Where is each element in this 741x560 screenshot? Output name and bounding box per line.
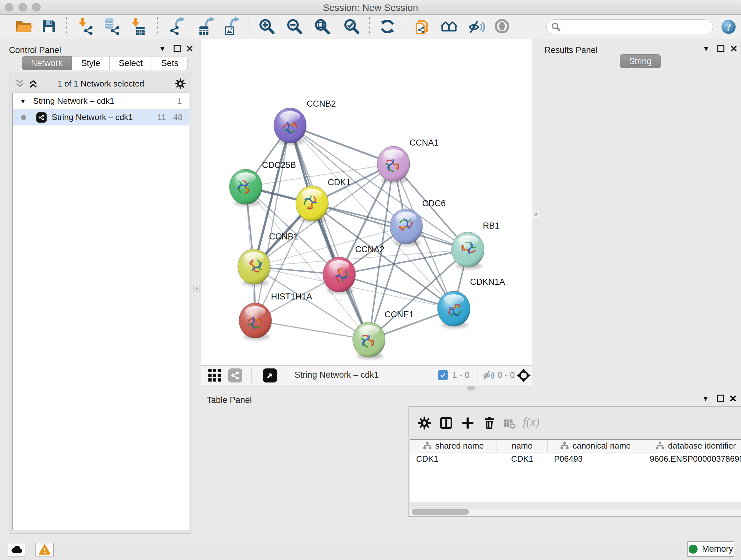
tab-style[interactable]: Style <box>72 56 110 70</box>
edge-CCNB2-CCNE1[interactable] <box>290 125 369 340</box>
scrollbar-thumb[interactable] <box>412 509 469 515</box>
birds-eye-crosshair-icon[interactable] <box>517 368 531 382</box>
zoom-out-button[interactable] <box>286 18 304 36</box>
control-panel-tabs: NetworkStyleSelectSets <box>22 56 188 70</box>
export-network-button[interactable] <box>169 18 187 36</box>
toggle-columns-icon[interactable] <box>439 416 453 430</box>
import-network-database-button[interactable] <box>102 18 120 36</box>
network-share-view-icon[interactable] <box>228 368 242 382</box>
tree-expander-icon[interactable]: ▼ <box>20 98 26 105</box>
detach-view-icon[interactable] <box>263 368 277 382</box>
column-header-canonical-name[interactable]: canonical name <box>548 440 643 452</box>
table-panel-maximize-button[interactable] <box>717 395 724 401</box>
right-splitter-handle[interactable] <box>533 211 539 217</box>
node-label-CCNA2: CCNA2 <box>355 245 385 254</box>
tab-sets[interactable]: Sets <box>152 56 188 70</box>
node-CCNB1[interactable]: CCNB1 <box>238 232 298 286</box>
window-title: Session: New Session <box>0 2 741 13</box>
cloud-icon <box>11 544 23 556</box>
table-gear-icon[interactable] <box>417 416 431 430</box>
first-neighbors-button[interactable] <box>440 18 458 36</box>
node-CDC6[interactable]: CDC6 <box>390 199 446 246</box>
zoom-selected-button[interactable] <box>343 18 361 36</box>
svg-text:?: ? <box>726 21 731 33</box>
cloud-status-button[interactable] <box>8 543 26 557</box>
tab-select[interactable]: Select <box>110 56 152 70</box>
save-session-button[interactable] <box>41 18 59 36</box>
node-label-HIST1H1A: HIST1H1A <box>271 292 312 301</box>
clone-network-button[interactable] <box>414 18 431 36</box>
search-input[interactable] <box>561 22 701 32</box>
network-selection-status: 1 of 1 Network selected <box>10 79 192 89</box>
grid-view-icon[interactable] <box>208 369 221 382</box>
help-icon: ? <box>721 19 737 35</box>
show-all-button[interactable] <box>494 18 512 36</box>
memory-button[interactable]: Memory <box>687 541 734 557</box>
column-header-database-identifier[interactable]: database identifier <box>643 440 741 452</box>
node-table[interactable]: shared namenamecanonical namedatabase id… <box>410 439 741 502</box>
column-header-name[interactable]: name <box>497 440 548 452</box>
network-view-canvas[interactable]: CCNB2CCNA1CDC25BCDK1CDC6RB1CCNB1CCNA2CDK… <box>201 39 532 365</box>
shared-column-icon <box>560 441 569 450</box>
control-panel-float-button[interactable]: ▼ <box>159 45 166 52</box>
table-cell[interactable]: 9606.ENSP00000378699 <box>643 452 741 465</box>
cytoscape-window: Session: New Session <box>0 0 741 560</box>
table-panel-float-button[interactable]: ▼ <box>702 395 709 402</box>
node-CCNE1[interactable]: CCNE1 <box>353 310 414 359</box>
table-grid-icon <box>199 25 209 36</box>
add-column-icon[interactable] <box>461 416 475 430</box>
selected-count-badge: 1 - 0 <box>452 370 469 380</box>
control-panel-close-button[interactable] <box>185 45 193 52</box>
table-cell[interactable]: P06493 <box>548 452 643 465</box>
hide-selected-button[interactable] <box>468 18 486 36</box>
node-CCNA1[interactable]: CCNA1 <box>377 138 439 183</box>
zoom-in-button[interactable] <box>259 18 276 36</box>
table-cell[interactable]: CDK1 <box>497 452 548 465</box>
network-tree-root-row[interactable]: ▼ String Network – cdk1 1 <box>13 93 189 109</box>
import-table-file-button[interactable] <box>130 18 147 36</box>
node-CDK1[interactable]: CDK1 <box>296 178 351 223</box>
tab-string[interactable]: String <box>620 54 661 68</box>
network-view-toolbar: String Network – cdk1 1 - 0 0 - 0 <box>201 365 532 385</box>
search-field[interactable] <box>546 19 713 34</box>
results-panel-close-button[interactable] <box>730 45 737 52</box>
results-panel-float-button[interactable]: ▼ <box>703 45 710 52</box>
left-splitter-handle[interactable] <box>193 285 200 292</box>
node-HIST1H1A[interactable]: HIST1H1A <box>239 292 312 340</box>
zoom-fit-button[interactable] <box>314 18 332 36</box>
tab-network[interactable]: Network <box>22 56 72 70</box>
control-panel-maximize-button[interactable] <box>174 45 181 52</box>
node-CDKN1A[interactable]: CDKN1A <box>437 277 505 328</box>
column-header-shared-name[interactable]: shared name <box>410 440 497 452</box>
selected-checkbox-icon[interactable] <box>438 370 448 380</box>
network-tree: ▼ String Network – cdk1 1 String Network… <box>12 92 189 530</box>
node-label-CCNE1: CCNE1 <box>385 310 414 319</box>
import-network-file-button[interactable] <box>77 18 94 36</box>
toolbar-separator <box>250 17 250 37</box>
help-button[interactable]: ? <box>721 19 738 37</box>
node-CDC25B[interactable]: CDC25B <box>229 160 296 206</box>
table-row[interactable]: CDK1CDK1P064939606.ENSP00000378699cyclin… <box>410 452 741 465</box>
export-table-button[interactable] <box>199 18 216 36</box>
zoom-in-icon <box>259 18 275 35</box>
toolbar-separator <box>66 17 67 37</box>
network-graph[interactable]: CCNB2CCNA1CDC25BCDK1CDC6RB1CCNB1CCNA2CDK… <box>201 39 533 365</box>
open-session-button[interactable] <box>15 18 33 36</box>
zoom-fit-icon <box>314 18 331 35</box>
hidden-eye-icon[interactable] <box>482 369 495 382</box>
table-panel-close-button[interactable] <box>729 395 737 402</box>
bottom-splitter-handle[interactable] <box>467 386 475 390</box>
export-image-button[interactable] <box>223 18 241 36</box>
gear-icon[interactable] <box>175 78 186 89</box>
apply-layout-button[interactable] <box>379 18 397 36</box>
network-share-icon <box>83 25 94 36</box>
table-cell[interactable]: CDK1 <box>410 452 497 465</box>
node-table-box: f(x) shared namenamecanonical namedataba… <box>408 407 741 516</box>
edge-HIST1H1A-CCNE1[interactable] <box>255 320 369 340</box>
node-RB1[interactable]: RB1 <box>452 221 500 269</box>
delete-column-icon[interactable] <box>482 416 496 430</box>
warnings-button[interactable] <box>36 543 54 557</box>
network-tree-item-row[interactable]: String Network – cdk1 11 48 <box>13 109 189 125</box>
table-horizontal-scrollbar[interactable] <box>410 509 741 516</box>
results-panel-maximize-button[interactable] <box>718 45 724 52</box>
